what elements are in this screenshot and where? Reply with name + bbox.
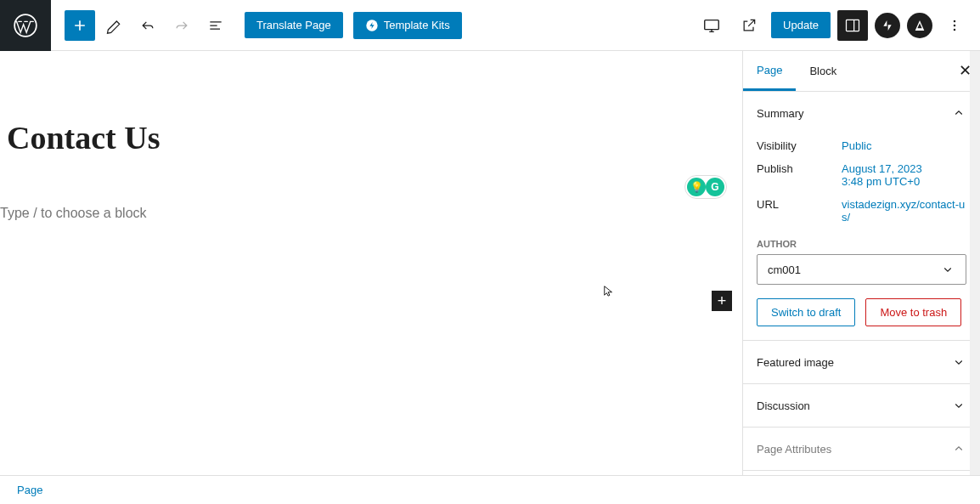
- chevron-down-icon: [951, 354, 966, 370]
- lightning-icon: [365, 19, 379, 32]
- svg-point-5: [954, 24, 956, 26]
- visibility-label: Visibility: [757, 139, 842, 152]
- svg-point-6: [954, 28, 956, 31]
- editor-canvas[interactable]: Contact Us Type / to choose a block 💡 G …: [0, 51, 742, 475]
- panel-page-attributes-header[interactable]: Page Attributes: [743, 428, 980, 470]
- add-block-button[interactable]: [65, 10, 95, 41]
- grammarly-g-icon: G: [706, 178, 724, 196]
- settings-toggle-button[interactable]: [837, 10, 868, 41]
- panel-summary-header[interactable]: Summary: [743, 92, 980, 134]
- switch-to-draft-button[interactable]: Switch to draft: [757, 298, 855, 326]
- details-button[interactable]: [200, 10, 231, 41]
- vertical-scrollbar[interactable]: [970, 51, 980, 475]
- url-label: URL: [757, 198, 842, 224]
- grammarly-widget[interactable]: 💡 G: [684, 175, 727, 199]
- chevron-down-icon: [951, 398, 966, 413]
- wordpress-logo[interactable]: [0, 0, 51, 51]
- mouse-cursor-icon: [603, 285, 615, 297]
- template-kits-label: Template Kits: [384, 19, 450, 31]
- block-placeholder[interactable]: Type / to choose a block: [0, 156, 742, 221]
- tab-block[interactable]: Block: [796, 53, 850, 89]
- author-label: AUTHOR: [757, 239, 966, 249]
- grammarly-bulb-icon: 💡: [687, 178, 706, 196]
- tools-button[interactable]: [99, 10, 129, 41]
- astra-icon[interactable]: [907, 13, 932, 38]
- page-title[interactable]: Contact Us: [0, 51, 742, 156]
- svg-rect-2: [705, 20, 719, 29]
- url-value[interactable]: vistadezign.xyz/contact-us/: [842, 198, 966, 224]
- settings-sidebar: Page Block ✕ Summary Visibility Public P…: [742, 51, 980, 475]
- update-label: Update: [783, 19, 819, 31]
- chevron-up-icon: [951, 105, 966, 121]
- more-options-button[interactable]: [939, 10, 970, 41]
- template-kits-button[interactable]: Template Kits: [353, 12, 462, 39]
- visibility-value[interactable]: Public: [842, 139, 966, 152]
- featured-image-title: Featured image: [757, 356, 834, 369]
- author-value: cm001: [768, 263, 801, 276]
- update-button[interactable]: Update: [771, 12, 831, 38]
- page-attributes-title: Page Attributes: [757, 443, 831, 456]
- jetpack-icon[interactable]: [875, 13, 900, 38]
- move-to-trash-button[interactable]: Move to trash: [865, 298, 961, 326]
- author-select[interactable]: cm001: [757, 254, 966, 285]
- translate-page-button[interactable]: Translate Page: [245, 12, 343, 38]
- inline-add-block-button[interactable]: +: [712, 291, 732, 311]
- preview-desktop-button[interactable]: [696, 10, 727, 41]
- undo-button[interactable]: [132, 10, 163, 41]
- panel-discussion-header[interactable]: Discussion: [743, 384, 980, 427]
- preview-external-button[interactable]: [734, 10, 764, 41]
- summary-title: Summary: [757, 107, 804, 120]
- chevron-down-icon: [940, 262, 955, 277]
- tab-page[interactable]: Page: [743, 52, 796, 91]
- publish-value[interactable]: August 17, 2023 3:48 pm UTC+0: [842, 162, 966, 188]
- svg-rect-3: [847, 20, 859, 31]
- publish-label: Publish: [757, 162, 842, 188]
- redo-button[interactable]: [166, 10, 197, 41]
- breadcrumb[interactable]: Page: [17, 484, 42, 496]
- chevron-up-icon: [951, 441, 966, 456]
- translate-label: Translate Page: [256, 19, 331, 31]
- discussion-title: Discussion: [757, 399, 810, 412]
- svg-point-4: [954, 20, 956, 22]
- panel-featured-image-header[interactable]: Featured image: [743, 341, 980, 383]
